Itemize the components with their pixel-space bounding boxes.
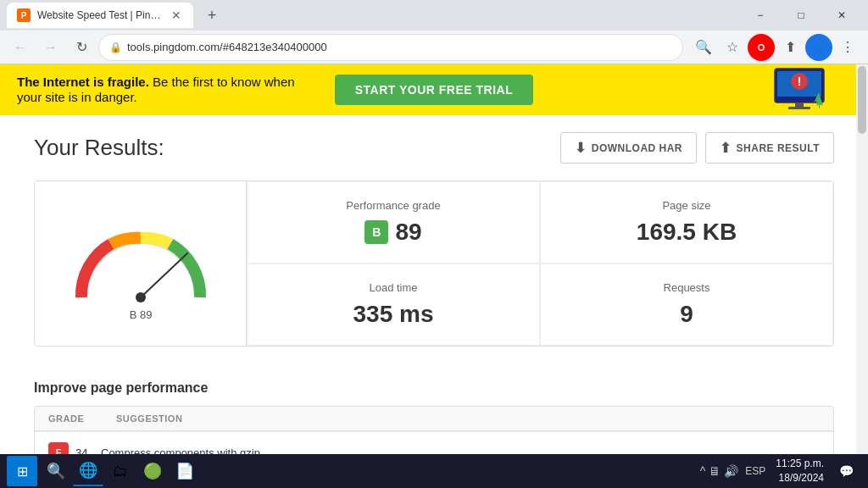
- scrollbar-thumb[interactable]: [858, 66, 866, 134]
- menu-icon[interactable]: ⋮: [834, 34, 861, 61]
- toolbar-icons: 🔍 ☆ O ⬆ 👤 ⋮: [690, 34, 861, 61]
- banner-left: The Internet is fragile. Be the first to…: [17, 75, 295, 105]
- browser-tab[interactable]: P Website Speed Test | Pingdom ✕: [7, 3, 193, 28]
- improve-section: Improve page performance GRADE SUGGESTIO…: [0, 363, 868, 454]
- row-grade-badge: F: [48, 442, 69, 454]
- column-header-grade: GRADE: [48, 413, 116, 424]
- taskbar-search-icon[interactable]: 🔍: [41, 456, 71, 486]
- refresh-button[interactable]: ↻: [68, 34, 95, 61]
- svg-line-11: [141, 253, 187, 297]
- address-bar: ← → ↻ 🔒 tools.pingdom.com/#648213e340400…: [0, 30, 868, 64]
- metric-label-load: Load time: [369, 281, 417, 294]
- download-har-button[interactable]: ⬇ DOWNLOAD HAR: [560, 132, 697, 164]
- results-section: Your Results: ⬇ DOWNLOAD HAR ⬆ SHARE RES…: [0, 115, 868, 363]
- gauge-area: B 89: [35, 181, 247, 346]
- back-button[interactable]: ←: [7, 34, 34, 61]
- url-text: tools.pingdom.com/#648213e340400000: [127, 41, 672, 53]
- metric-value-requests: 9: [680, 301, 693, 328]
- tray-network-icon[interactable]: 🖥: [709, 464, 721, 478]
- metrics-grid: Performance grade B 89 Page size 169.5 K…: [247, 181, 833, 346]
- tab-title: Website Speed Test | Pingdom: [37, 9, 163, 21]
- banner: The Internet is fragile. Be the first to…: [0, 64, 868, 115]
- bookmark-icon[interactable]: ☆: [719, 34, 746, 61]
- metric-performance-grade: Performance grade B 89: [247, 181, 540, 263]
- metric-grade-display: B 89: [364, 219, 421, 246]
- taskbar-docs-icon[interactable]: 📄: [170, 456, 200, 486]
- taskbar-edge-icon[interactable]: 🌐: [73, 456, 103, 486]
- taskbar-chrome-icon[interactable]: 🟢: [137, 456, 168, 486]
- page-content: The Internet is fragile. Be the first to…: [0, 64, 868, 454]
- row-suggestion: Compress components with gzip: [101, 446, 809, 455]
- banner-text: The Internet is fragile. Be the first to…: [17, 75, 295, 104]
- gauge-chart: B 89: [56, 204, 225, 323]
- clock-date: 18/9/2024: [776, 471, 824, 485]
- monitor-illustration: !: [749, 67, 851, 114]
- metric-requests: Requests 9: [540, 263, 833, 346]
- svg-point-8: [833, 69, 836, 72]
- tray-sound-icon[interactable]: 🔊: [724, 464, 738, 478]
- metric-label-requests: Requests: [664, 281, 710, 294]
- download-icon: ⬇: [575, 140, 587, 156]
- language-badge: ESP: [742, 463, 769, 479]
- opera-icon[interactable]: O: [748, 34, 775, 61]
- svg-point-7: [765, 74, 768, 77]
- svg-point-9: [841, 82, 844, 86]
- tab-close-button[interactable]: ✕: [170, 8, 183, 22]
- notification-icon[interactable]: 💬: [831, 456, 861, 486]
- share-result-label: SHARE RESULT: [737, 142, 820, 154]
- grade-badge: B: [364, 220, 388, 244]
- url-bar[interactable]: 🔒 tools.pingdom.com/#648213e340400000: [98, 34, 683, 61]
- search-icon[interactable]: 🔍: [690, 34, 717, 61]
- title-bar: P Website Speed Test | Pingdom ✕ + − □ ✕: [0, 0, 868, 30]
- banner-right: !: [573, 67, 851, 114]
- system-tray-icons: ^ 🖥 🔊 ESP: [700, 463, 770, 479]
- forward-button[interactable]: →: [37, 34, 64, 61]
- metrics-container: B 89 Performance grade B 89 Page size: [34, 180, 834, 347]
- taskbar-right: ^ 🖥 🔊 ESP 11:25 p.m. 18/9/2024 💬: [700, 456, 861, 486]
- tray-up-icon[interactable]: ^: [700, 464, 706, 478]
- expand-icon[interactable]: ⌄: [809, 445, 820, 455]
- table-row[interactable]: F 34 Compress components with gzip ⌄: [35, 431, 833, 454]
- svg-rect-5: [788, 107, 810, 109]
- row-score: 34: [75, 446, 101, 455]
- close-button[interactable]: ✕: [822, 2, 861, 29]
- tab-favicon: P: [17, 8, 31, 22]
- share-icon[interactable]: ⬆: [776, 34, 804, 61]
- start-trial-button[interactable]: START YOUR FREE TRIAL: [335, 75, 534, 105]
- new-tab-button[interactable]: +: [200, 3, 224, 27]
- start-button[interactable]: ⊞: [7, 456, 37, 486]
- column-header-suggestion: SUGGESTION: [116, 413, 182, 424]
- results-header: Your Results: ⬇ DOWNLOAD HAR ⬆ SHARE RES…: [34, 132, 834, 164]
- minimize-button[interactable]: −: [741, 2, 780, 29]
- scrollbar[interactable]: [856, 64, 868, 454]
- banner-center: START YOUR FREE TRIAL: [295, 75, 573, 105]
- table-header: GRADE SUGGESTION: [35, 407, 833, 431]
- taskbar-app-icons: 🔍 🌐 🗂 🟢 📄: [41, 456, 200, 486]
- metric-page-size: Page size 169.5 KB: [540, 181, 833, 263]
- svg-point-10: [761, 95, 764, 97]
- results-actions: ⬇ DOWNLOAD HAR ⬆ SHARE RESULT: [560, 132, 834, 164]
- taskbar: ⊞ 🔍 🌐 🗂 🟢 📄 ^ 🖥 🔊 ESP 11:25 p.m. 18/9/20…: [0, 454, 868, 488]
- metric-value-load: 335 ms: [353, 301, 434, 328]
- svg-point-12: [136, 292, 146, 302]
- metric-load-time: Load time 335 ms: [247, 263, 540, 346]
- svg-text:!: !: [798, 75, 802, 88]
- browser-frame: P Website Speed Test | Pingdom ✕ + − □ ✕…: [0, 0, 868, 488]
- taskbar-folder-icon[interactable]: 🗂: [105, 456, 136, 486]
- clock: 11:25 p.m. 18/9/2024: [776, 457, 824, 485]
- window-controls: − □ ✕: [741, 2, 861, 29]
- grade-score: 89: [395, 219, 421, 246]
- banner-text-bold: The Internet is fragile.: [17, 75, 149, 89]
- maximize-button[interactable]: □: [782, 2, 821, 29]
- improve-title: Improve page performance: [34, 380, 834, 396]
- download-har-label: DOWNLOAD HAR: [592, 142, 682, 154]
- profile-icon[interactable]: 👤: [805, 34, 832, 61]
- svg-text:B 89: B 89: [129, 308, 152, 321]
- metric-label-size: Page size: [662, 199, 710, 212]
- results-title: Your Results:: [34, 135, 560, 161]
- clock-time: 11:25 p.m.: [776, 457, 824, 471]
- metric-value-size: 169.5 KB: [637, 219, 737, 246]
- share-result-button[interactable]: ⬆ SHARE RESULT: [705, 132, 834, 164]
- metric-label-grade: Performance grade: [346, 199, 440, 212]
- suggestions-table: GRADE SUGGESTION F 34 Compress component…: [34, 406, 834, 454]
